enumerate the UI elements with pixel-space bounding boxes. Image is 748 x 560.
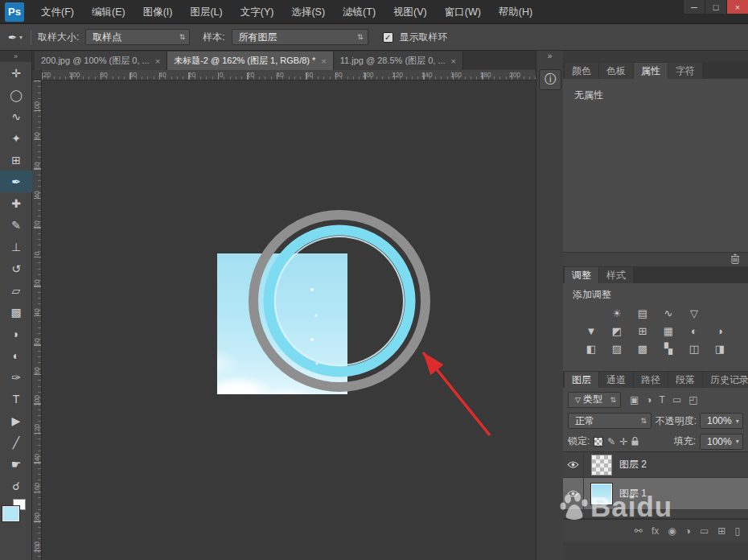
visibility-eye-icon[interactable] [563, 452, 584, 477]
type-layer-filter-icon[interactable]: T [660, 394, 665, 406]
lock-pixels-icon[interactable]: ✎ [607, 436, 615, 447]
foreground-color-swatch[interactable] [2, 506, 19, 521]
path-selection-tool-icon[interactable]: ▶ [0, 410, 32, 431]
vibrance-icon[interactable]: ▼ [582, 325, 600, 337]
sample-size-select[interactable]: 取样点 ⇅ [85, 29, 190, 45]
menu-item-2[interactable]: 图像(I) [134, 0, 182, 24]
layer-group-icon[interactable]: ▭ [700, 526, 709, 536]
collapse-panels-icon[interactable]: » [536, 51, 563, 62]
new-layer-icon[interactable]: ⊞ [717, 526, 725, 536]
menu-item-6[interactable]: 滤镜(T) [334, 0, 384, 24]
panel-tab-group1_tabs-3[interactable]: 字符 [668, 63, 702, 79]
document-tab-0[interactable]: 200.jpg @ 100% (图层 0, ...× [35, 51, 167, 70]
gradient-map-icon[interactable]: ◫ [685, 343, 703, 355]
exposure-icon[interactable]: ▽ [685, 307, 703, 319]
panel-tab-group3_tabs-4[interactable]: 历史记录 [703, 372, 748, 388]
document-tab-2[interactable]: 11.jpg @ 28.5% (图层 0, ...× [334, 51, 463, 70]
panel-tab-group1_tabs-2[interactable]: 属性 [634, 63, 668, 79]
history-brush-tool-icon[interactable]: ↺ [0, 257, 32, 279]
layer-row-0[interactable]: 图层 2 [563, 452, 748, 478]
clone-stamp-tool-icon[interactable]: ⊥ [0, 236, 32, 257]
adjustment-layer-filter-icon[interactable]: ◑ [646, 394, 651, 406]
panel-tab-group1_tabs-1[interactable]: 色板 [599, 63, 633, 79]
eyedropper-tool-icon[interactable]: ✒ [0, 171, 32, 192]
photo-filter-icon[interactable]: ◐ [685, 325, 703, 337]
panel-tab-group1_tabs-0[interactable]: 颜色 [565, 63, 598, 79]
minimize-button[interactable]: ─ [683, 0, 705, 14]
adjustment-layer-icon[interactable]: ◑ [685, 526, 691, 536]
curves-icon[interactable]: ∿ [660, 307, 677, 319]
dodge-tool-icon[interactable]: ◐ [0, 344, 32, 366]
lasso-tool-icon[interactable]: ∿ [0, 105, 32, 127]
fill-select[interactable]: 100% ▾ [700, 434, 743, 450]
threshold-icon[interactable]: ▚ [660, 343, 677, 355]
layer-thumbnail-0[interactable] [591, 455, 612, 476]
panel-tab-group2_tabs-0[interactable]: 调整 [565, 267, 598, 283]
tool-preset-picker[interactable]: ✒ ▾ [6, 30, 31, 45]
opacity-select[interactable]: 100% ▾ [700, 413, 743, 429]
menu-item-3[interactable]: 图层(L) [181, 0, 231, 24]
hue-saturation-icon[interactable]: ◩ [608, 325, 626, 337]
menu-item-1[interactable]: 编辑(E) [83, 0, 134, 24]
show-sample-ring-checkbox[interactable]: ✓ [383, 32, 393, 43]
link-layers-icon[interactable]: ⚯ [635, 526, 643, 536]
panel-tab-group3_tabs-2[interactable]: 路径 [634, 372, 668, 388]
gradient-tool-icon[interactable]: ▩ [0, 301, 32, 323]
delete-layer-icon[interactable]: ▯ [734, 526, 740, 536]
panel-tab-group2_tabs-1[interactable]: 样式 [599, 267, 633, 283]
canvas[interactable] [42, 80, 536, 560]
close-tab-icon[interactable]: × [155, 56, 160, 66]
color-lookup-icon[interactable]: ◧ [582, 343, 600, 355]
black-white-icon[interactable]: ▦ [660, 325, 677, 337]
line-tool-icon[interactable]: ╱ [0, 431, 32, 453]
sample-select[interactable]: 所有图层 ⇅ [232, 29, 368, 45]
color-balance-icon[interactable]: ⊞ [634, 325, 651, 337]
panel-tab-group3_tabs-0[interactable]: 图层 [565, 372, 598, 388]
healing-brush-tool-icon[interactable]: ✚ [0, 192, 32, 214]
maximize-button[interactable]: □ [705, 0, 726, 14]
pen-tool-icon[interactable]: ✑ [0, 366, 32, 388]
pixel-layer-filter-icon[interactable]: ▣ [630, 394, 639, 406]
lock-transparency-icon[interactable] [594, 437, 603, 447]
info-panel-button[interactable]: ⓘ [539, 69, 561, 90]
lock-all-icon[interactable] [631, 434, 639, 449]
eraser-tool-icon[interactable]: ▱ [0, 279, 32, 301]
layer-thumbnail-1[interactable] [591, 484, 612, 504]
crop-tool-icon[interactable]: ⊞ [0, 149, 32, 171]
channel-mixer-icon[interactable]: ◑ [711, 325, 729, 337]
blur-tool-icon[interactable]: ◗ [0, 323, 32, 344]
close-tab-icon[interactable]: × [451, 56, 456, 66]
move-tool-icon[interactable]: ✛ [0, 62, 32, 84]
selective-color-icon[interactable]: ◨ [711, 343, 729, 355]
menu-item-7[interactable]: 视图(V) [384, 0, 436, 24]
close-button[interactable]: × [726, 0, 748, 14]
menu-item-5[interactable]: 选择(S) [282, 0, 334, 24]
layer-style-icon[interactable]: fx [651, 526, 659, 536]
menu-item-8[interactable]: 窗口(W) [436, 0, 490, 24]
lock-position-icon[interactable]: ✛ [619, 436, 627, 447]
brush-tool-icon[interactable]: ✎ [0, 214, 32, 236]
trash-icon[interactable] [730, 253, 740, 267]
hand-tool-icon[interactable]: ☛ [0, 453, 32, 475]
quick-selection-tool-icon[interactable]: ✦ [0, 127, 32, 149]
brightness-contrast-icon[interactable]: ☀ [608, 307, 626, 319]
menu-item-4[interactable]: 文字(Y) [232, 0, 283, 24]
marquee-tool-icon[interactable]: ◯ [0, 84, 32, 105]
blend-mode-select[interactable]: 正常 ⇅ [568, 413, 651, 429]
invert-icon[interactable]: ▨ [608, 343, 626, 355]
visibility-eye-icon[interactable] [563, 478, 584, 509]
layer-row-1[interactable]: 图层 1 [563, 478, 748, 510]
document-tab-1[interactable]: 未标题-2 @ 162% (图层 1, RGB/8) *× [167, 51, 334, 70]
panel-tab-group3_tabs-1[interactable]: 通道 [599, 372, 633, 388]
layer-filter-type-select[interactable]: ▽ 类型 ⇅ [568, 392, 621, 408]
smart-object-filter-icon[interactable]: ◰ [688, 394, 697, 406]
shape-layer-filter-icon[interactable]: ▭ [672, 394, 681, 406]
close-tab-icon[interactable]: × [321, 56, 326, 66]
toolbar-collapse-icon[interactable]: » [0, 51, 31, 62]
menu-item-9[interactable]: 帮助(H) [490, 0, 541, 24]
panel-tab-group3_tabs-3[interactable]: 段落 [668, 372, 702, 388]
zoom-tool-icon[interactable]: ☌ [0, 475, 32, 496]
type-tool-icon[interactable]: T [0, 388, 32, 410]
levels-icon[interactable]: ▤ [634, 307, 651, 319]
menu-item-0[interactable]: 文件(F) [32, 0, 83, 24]
